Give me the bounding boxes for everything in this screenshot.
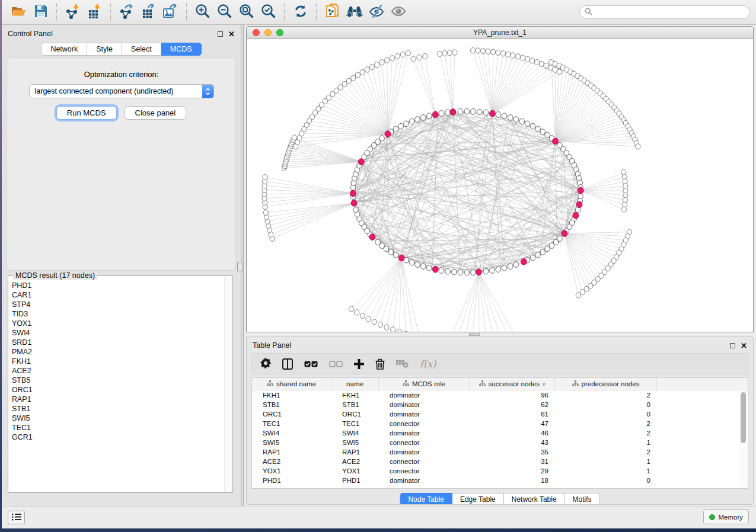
run-mcds-button[interactable]: Run MCDS: [56, 106, 117, 120]
export-network-button[interactable]: [116, 2, 138, 23]
table-scrollbar[interactable]: [739, 391, 747, 487]
table-tab-motifs[interactable]: Motifs: [565, 493, 600, 505]
mcds-hub-node[interactable]: [490, 110, 496, 117]
mcds-hub-node[interactable]: [521, 258, 527, 265]
memory-button[interactable]: Memory: [703, 509, 749, 524]
mcds-result-item[interactable]: GCR1: [12, 432, 223, 442]
open-session-button[interactable]: [8, 2, 30, 23]
add-column-icon[interactable]: [354, 359, 364, 369]
horizontal-splitter[interactable]: [244, 332, 756, 336]
mcds-hub-node[interactable]: [432, 111, 438, 118]
table-row[interactable]: TEC1TEC1connector472: [252, 419, 748, 428]
mcds-result-item[interactable]: YOX1: [12, 319, 223, 328]
table-row[interactable]: FKH1FKH1dominator962: [252, 390, 748, 400]
table-tab-network-table[interactable]: Network Table: [504, 493, 565, 505]
column-header-name[interactable]: name: [331, 378, 379, 390]
splitter-grip[interactable]: [237, 262, 243, 271]
mcds-hub-node[interactable]: [398, 255, 404, 261]
mcds-hub-node[interactable]: [385, 131, 391, 137]
close-panel-icon[interactable]: ✕: [741, 343, 747, 348]
mcds-result-item[interactable]: CAR1: [12, 290, 223, 300]
network-window-titlebar[interactable]: YPA_prune.txt_1: [247, 27, 753, 39]
mcds-result-item[interactable]: ORC1: [12, 385, 223, 395]
mcds-result-item[interactable]: SWI5: [12, 414, 223, 423]
mcds-result-list[interactable]: PHD1CAR1STP4TID3YOX1SWI4SRD1PMA2FKH1ACE2…: [12, 281, 223, 491]
mcds-result-scrollbar[interactable]: [224, 277, 232, 492]
mcds-hub-node[interactable]: [432, 266, 438, 273]
table-row[interactable]: SWI5SWI5connector431: [252, 438, 748, 447]
binoculars-button[interactable]: [343, 2, 365, 23]
table-tab-edge-table[interactable]: Edge Table: [452, 493, 504, 505]
column-layout-icon[interactable]: [282, 358, 293, 370]
float-panel-icon[interactable]: [730, 343, 735, 348]
table-tab-node-table[interactable]: Node Table: [400, 493, 452, 505]
save-session-button[interactable]: [30, 2, 52, 23]
mcds-result-item[interactable]: PHD1: [12, 281, 223, 290]
mcds-hub-node[interactable]: [351, 200, 357, 207]
mcds-result-item[interactable]: ACE2: [12, 366, 223, 376]
vertical-splitter[interactable]: [241, 25, 244, 506]
select-all-columns-icon[interactable]: [304, 361, 318, 367]
export-image-button[interactable]: [160, 2, 181, 23]
column-header-shared-name[interactable]: shared name: [252, 378, 331, 390]
zoom-fit-button[interactable]: [235, 2, 257, 23]
table-row[interactable]: ACE2ACE2connector311: [252, 457, 748, 466]
mcds-result-item[interactable]: STB1: [12, 404, 223, 414]
zoom-out-button[interactable]: [213, 2, 235, 23]
unselect-all-columns-icon[interactable]: [329, 361, 343, 367]
mcds-hub-node[interactable]: [369, 234, 375, 241]
zoom-selected-button[interactable]: [257, 2, 279, 23]
mcds-result-item[interactable]: SRD1: [12, 338, 223, 347]
table-row[interactable]: ORC1ORC1dominator610: [252, 409, 748, 419]
search-field[interactable]: [579, 5, 750, 19]
table-scrollbar-thumb[interactable]: [741, 392, 746, 443]
mcds-hub-node[interactable]: [358, 159, 364, 165]
table-row[interactable]: YOX1YOX1connector291: [252, 466, 748, 476]
mcds-hub-node[interactable]: [476, 269, 481, 275]
settings-gear-icon[interactable]: [260, 358, 271, 369]
mcds-result-item[interactable]: PMA2: [12, 347, 223, 357]
close-window-icon[interactable]: [253, 29, 260, 36]
column-header-MCDS-role[interactable]: MCDS role: [379, 378, 470, 390]
minimize-window-icon[interactable]: [264, 29, 272, 36]
search-input[interactable]: [595, 8, 745, 17]
close-panel-icon[interactable]: ✕: [228, 31, 235, 37]
mcds-result-item[interactable]: STP4: [12, 300, 223, 309]
tab-mcds[interactable]: MCDS: [161, 43, 202, 56]
column-header-predecessor-nodes[interactable]: predecessor nodes: [555, 378, 657, 390]
table-row[interactable]: STB1STB1dominator620: [252, 400, 748, 409]
optimization-criterion-select[interactable]: largest connected component (undirected): [29, 84, 214, 98]
hide-selected-button[interactable]: [365, 2, 387, 23]
zoom-in-button[interactable]: [192, 2, 213, 23]
task-history-button[interactable]: [8, 511, 25, 524]
mcds-result-item[interactable]: RAP1: [12, 395, 223, 404]
mcds-result-item[interactable]: TID3: [12, 309, 223, 319]
mcds-result-item[interactable]: SWI4: [12, 328, 223, 338]
import-network-button[interactable]: [62, 2, 84, 23]
import-table-button[interactable]: [84, 2, 106, 23]
table-row[interactable]: SWI4SWI4dominator462: [252, 428, 748, 438]
export-table-button[interactable]: [138, 2, 160, 23]
tab-network[interactable]: Network: [41, 43, 87, 56]
delete-column-icon[interactable]: [375, 358, 385, 370]
mcds-hub-node[interactable]: [562, 230, 567, 237]
table-row[interactable]: PHD1PHD1dominator180: [252, 476, 748, 485]
mcds-hub-node[interactable]: [573, 212, 579, 219]
mcds-result-item[interactable]: STB5: [12, 376, 223, 385]
mcds-result-item[interactable]: FKH1: [12, 357, 223, 366]
mcds-result-item[interactable]: TEC1: [12, 423, 223, 432]
close-panel-button[interactable]: Close panel: [125, 106, 187, 120]
mcds-hub-node[interactable]: [450, 109, 456, 116]
table-row[interactable]: RAP1RAP1dominator352: [252, 447, 748, 457]
network-canvas[interactable]: [247, 39, 753, 332]
mcds-hub-node[interactable]: [576, 201, 582, 208]
float-panel-icon[interactable]: [218, 31, 223, 37]
refresh-button[interactable]: [289, 2, 311, 23]
mcds-hub-node[interactable]: [578, 187, 583, 194]
tab-style[interactable]: Style: [87, 43, 122, 56]
maximize-window-icon[interactable]: [276, 29, 283, 36]
mcds-hub-node[interactable]: [553, 138, 559, 145]
splitter-grip[interactable]: [469, 333, 480, 336]
column-header-successor-nodes[interactable]: successor nodesv: [470, 378, 555, 390]
tab-select[interactable]: Select: [122, 43, 161, 56]
